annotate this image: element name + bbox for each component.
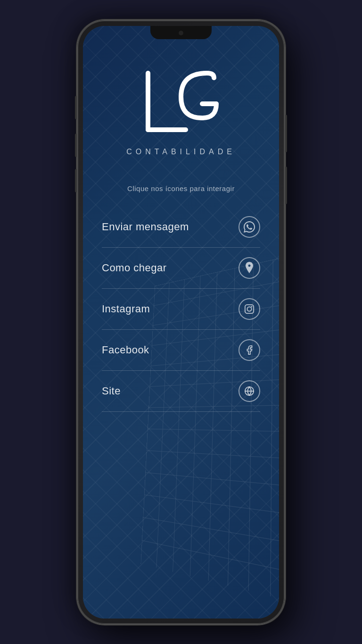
instagram-icon[interactable] [239,298,260,320]
svg-point-4 [251,306,253,307]
subtitle-text: Clique nos ícones para interagir [127,184,235,192]
menu-label-site: Site [102,385,121,397]
screen-content: CONTABILIDADE Clique nos ícones para int… [83,26,279,619]
menu-label-whatsapp: Enviar mensagem [102,221,189,233]
menu-item-facebook[interactable]: Facebook [102,330,260,371]
phone-frame: CONTABILIDADE Clique nos ícones para int… [77,20,285,624]
menu-label-instagram: Instagram [102,303,150,315]
menu-item-site[interactable]: Site [102,371,260,412]
menu-label-facebook: Facebook [102,344,149,356]
site-icon[interactable] [239,380,260,402]
logo-svg [134,64,228,144]
brand-name: CONTABILIDADE [126,148,236,156]
menu-item-whatsapp[interactable]: Enviar mensagem [102,207,260,248]
phone-screen: CONTABILIDADE Clique nos ícones para int… [83,26,279,619]
menu-label-location: Como chegar [102,262,167,274]
menu-item-location[interactable]: Como chegar [102,248,260,289]
phone-notch [150,26,212,39]
svg-point-3 [247,307,251,311]
facebook-icon[interactable] [239,339,260,361]
whatsapp-icon[interactable] [239,216,260,238]
logo-section: CONTABILIDADE [126,64,236,156]
svg-rect-2 [245,304,254,313]
menu-item-instagram[interactable]: Instagram [102,289,260,330]
menu-list: Enviar mensagem Como chegar [83,207,279,412]
location-icon[interactable] [239,257,260,279]
